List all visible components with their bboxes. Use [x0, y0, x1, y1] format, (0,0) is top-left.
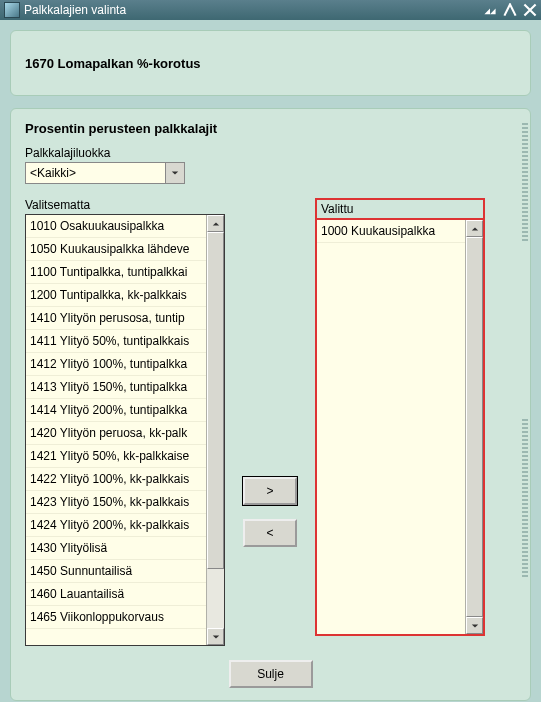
- maximize-icon[interactable]: [503, 3, 517, 17]
- page-title: 1670 Lomapalkan %-korotus: [25, 56, 201, 71]
- chevron-down-icon[interactable]: [165, 163, 184, 183]
- list-item[interactable]: 1200 Tuntipalkka, kk-palkkais: [26, 284, 207, 307]
- list-item[interactable]: 1010 Osakuukausipalkka: [26, 215, 207, 238]
- minimize-icon[interactable]: [483, 3, 497, 17]
- list-item[interactable]: 1100 Tuntipalkka, tuntipalkkai: [26, 261, 207, 284]
- selected-listbox[interactable]: 1000 Kuukausipalkka: [315, 218, 485, 636]
- category-label: Palkkalajiluokka: [25, 146, 516, 160]
- scroll-up-icon[interactable]: [207, 215, 224, 232]
- scroll-up-icon[interactable]: [466, 220, 483, 237]
- list-item[interactable]: 1465 Viikonloppukorvaus: [26, 606, 207, 629]
- scroll-thumb[interactable]: [466, 237, 483, 617]
- list-item[interactable]: 1000 Kuukausipalkka: [317, 220, 466, 243]
- list-item[interactable]: 1050 Kuukausipalkka lähdeve: [26, 238, 207, 261]
- selected-label: Valittu: [321, 202, 479, 216]
- list-item[interactable]: 1450 Sunnuntailisä: [26, 560, 207, 583]
- scroll-down-icon[interactable]: [207, 628, 224, 645]
- close-icon[interactable]: [523, 3, 537, 17]
- close-button-label: Sulje: [257, 667, 284, 681]
- list-item[interactable]: 1420 Ylityön peruosa, kk-palk: [26, 422, 207, 445]
- category-value: <Kaikki>: [26, 166, 165, 180]
- list-item[interactable]: 1424 Ylityö 200%, kk-palkkais: [26, 514, 207, 537]
- list-item[interactable]: 1422 Ylityö 100%, kk-palkkais: [26, 468, 207, 491]
- unselected-label: Valitsematta: [25, 198, 225, 212]
- list-item[interactable]: 1410 Ylityön perusosa, tuntip: [26, 307, 207, 330]
- panel-grip: [522, 419, 528, 579]
- scrollbar[interactable]: [206, 215, 224, 645]
- header-panel: 1670 Lomapalkan %-korotus: [10, 30, 531, 96]
- title-bar: Palkkalajien valinta: [0, 0, 541, 20]
- app-icon: [4, 2, 20, 18]
- list-item[interactable]: 1421 Ylityö 50%, kk-palkkaise: [26, 445, 207, 468]
- panel-grip: [522, 123, 528, 243]
- category-combo[interactable]: <Kaikki>: [25, 162, 185, 184]
- scroll-thumb[interactable]: [207, 232, 224, 569]
- list-item[interactable]: 1412 Ylityö 100%, tuntipalkka: [26, 353, 207, 376]
- close-button[interactable]: Sulje: [229, 660, 313, 688]
- list-item[interactable]: 1411 Ylityö 50%, tuntipalkkais: [26, 330, 207, 353]
- list-item[interactable]: 1413 Ylityö 150%, tuntipalkka: [26, 376, 207, 399]
- move-left-button[interactable]: <: [243, 519, 297, 547]
- list-item[interactable]: 1430 Ylityölisä: [26, 537, 207, 560]
- list-item[interactable]: 1423 Ylityö 150%, kk-palkkais: [26, 491, 207, 514]
- window-title: Palkkalajien valinta: [24, 3, 483, 17]
- window-buttons: [483, 3, 537, 17]
- list-item[interactable]: 1460 Lauantailisä: [26, 583, 207, 606]
- scrollbar[interactable]: [465, 220, 483, 634]
- list-item[interactable]: 1414 Ylityö 200%, tuntipalkka: [26, 399, 207, 422]
- unselected-listbox[interactable]: 1010 Osakuukausipalkka1050 Kuukausipalkk…: [25, 214, 225, 646]
- move-right-button[interactable]: >: [243, 477, 297, 505]
- section-title: Prosentin perusteen palkkalajit: [25, 121, 516, 136]
- move-left-label: <: [266, 526, 273, 540]
- move-right-label: >: [266, 484, 273, 498]
- scroll-down-icon[interactable]: [466, 617, 483, 634]
- main-panel: Prosentin perusteen palkkalajit Palkkala…: [10, 108, 531, 701]
